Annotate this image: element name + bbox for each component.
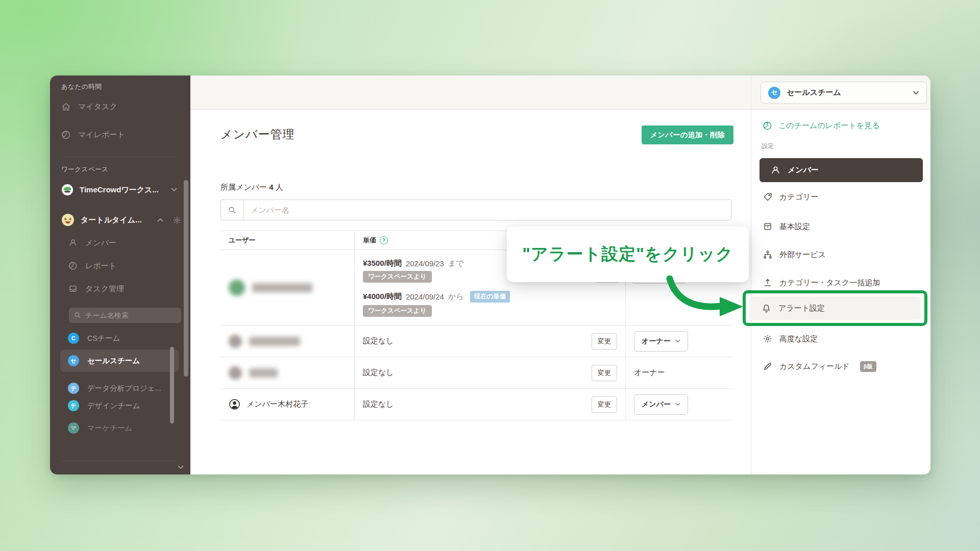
team-label: セールスチーム xyxy=(87,356,140,366)
main-content: メンバー管理 メンバーの追加・削除 所属メンバー 4 人 ユーザー 単価 ? xyxy=(190,110,751,474)
settings-section-label: 設定 xyxy=(762,142,774,151)
team-search[interactable] xyxy=(69,308,181,323)
settings-item-label: 高度な設定 xyxy=(779,334,818,344)
bell-icon xyxy=(762,304,771,313)
team-emoji-icon xyxy=(61,213,75,227)
section-workspace: ワークスペース xyxy=(61,165,108,174)
settings-item-external-services[interactable]: 外部サービス xyxy=(760,247,923,262)
team-avatar: マ xyxy=(68,422,79,434)
role-dropdown[interactable]: オーナー xyxy=(634,331,688,352)
team-avatar: セ xyxy=(768,87,780,99)
sidebar-item-task-management[interactable]: タスク管理 xyxy=(68,284,124,294)
inbox-icon xyxy=(68,284,78,294)
add-remove-members-button[interactable]: メンバーの追加・削除 xyxy=(642,126,733,144)
member-count-prefix: 所属メンバー xyxy=(220,183,267,191)
sidebar-item-my-reports[interactable]: マイレポート xyxy=(61,130,125,140)
selected-team-name: セールスチーム xyxy=(787,88,906,97)
team-report-link[interactable]: このチームのレポートを見る xyxy=(763,121,880,131)
rate-amount: ¥3500/時間 xyxy=(363,259,402,268)
settings-item-alerts-highlighted[interactable]: アラート設定 xyxy=(749,296,921,320)
member-count-suffix: 人 xyxy=(276,183,283,191)
tag-icon xyxy=(763,192,772,202)
role-cell: メンバー xyxy=(625,389,731,420)
timecrowd-logo-icon xyxy=(61,184,74,196)
chevron-down-icon xyxy=(913,91,919,95)
table-row: 設定なし 変更 オーナー xyxy=(220,325,731,357)
settings-item-members-active[interactable]: メンバー xyxy=(760,158,923,182)
pie-chart-icon xyxy=(61,130,71,140)
rate-cell: 設定なし 変更 xyxy=(354,325,625,357)
sidebar-item-my-tasks[interactable]: マイタスク xyxy=(61,102,117,112)
beta-badge: β版 xyxy=(860,361,876,372)
team-avatar: セ xyxy=(68,355,79,366)
panel-divider xyxy=(751,76,751,110)
avatar xyxy=(229,335,242,348)
person-icon xyxy=(68,238,78,248)
sidebar-team-data-analysis[interactable]: テ データ分析プロジェ... xyxy=(68,383,161,394)
rate-cell: 設定なし 変更 xyxy=(354,357,625,388)
sidebar-team-cs[interactable]: C CSチーム xyxy=(68,333,120,344)
sidebar-team-sales-active[interactable]: セ セールスチーム xyxy=(60,349,179,372)
blurred-name xyxy=(249,368,278,378)
user-cell: メンバー木村花子 xyxy=(220,389,354,420)
page-title: メンバー管理 xyxy=(220,127,295,142)
divider xyxy=(62,461,177,461)
role-value: オーナー xyxy=(642,337,671,346)
team-avatar: C xyxy=(68,333,79,344)
settings-item-label: メンバー xyxy=(788,165,819,175)
sidebar-item-team-members[interactable]: メンバー xyxy=(68,238,116,248)
member-search-input[interactable] xyxy=(243,200,731,220)
sidebar-item-label: タスク管理 xyxy=(85,284,124,294)
team-name: タートルタイム... xyxy=(81,215,142,225)
pie-chart-icon xyxy=(68,261,78,271)
team-label: CSチーム xyxy=(87,334,120,343)
instruction-tooltip: "アラート設定"をクリック xyxy=(507,226,749,282)
role-value: メンバー xyxy=(642,400,671,409)
settings-item-label: カテゴリー xyxy=(779,192,818,202)
rate-suffix: から xyxy=(448,292,464,302)
sidebar-team-design[interactable]: テ デザインチーム xyxy=(68,400,140,411)
change-rate-button[interactable]: 変更 xyxy=(592,365,617,381)
gear-icon xyxy=(763,334,772,343)
settings-item-label: 基本設定 xyxy=(779,222,810,232)
change-rate-button[interactable]: 変更 xyxy=(592,396,617,413)
settings-item-advanced[interactable]: 高度な設定 xyxy=(760,331,923,346)
sidebar-item-team-reports[interactable]: レポート xyxy=(68,261,116,271)
chevron-down-icon xyxy=(171,188,177,192)
settings-item-bulk-add[interactable]: カテゴリー・タスク一括追加 xyxy=(760,275,923,290)
team-label: マーケチーム xyxy=(87,423,132,433)
team-search-input[interactable] xyxy=(85,311,167,319)
user-cell xyxy=(220,250,354,325)
current-rate-badge: 現在の単価 xyxy=(470,291,510,303)
hub-icon xyxy=(763,250,772,259)
header-rate-label: 単価 xyxy=(363,236,376,245)
chevron-down-icon xyxy=(675,339,680,343)
settings-item-custom-fields[interactable]: カスタムフィールド β版 xyxy=(760,359,923,374)
team-selector-dropdown[interactable]: セ セールスチーム xyxy=(761,82,927,104)
workspace-switcher[interactable]: TimeCrowdワークス... xyxy=(61,184,179,196)
role-dropdown[interactable]: メンバー xyxy=(634,394,688,415)
change-rate-button[interactable]: 変更 xyxy=(592,333,617,349)
sidebar-item-label: マイレポート xyxy=(78,130,125,140)
header-user: ユーザー xyxy=(220,231,354,249)
settings-item-categories[interactable]: カテゴリー xyxy=(760,189,923,205)
sidebar-scrollbar[interactable] xyxy=(184,180,188,377)
sidebar-item-label: レポート xyxy=(85,261,116,271)
settings-item-basic[interactable]: 基本設定 xyxy=(760,219,923,234)
help-icon[interactable]: ? xyxy=(380,236,388,244)
avatar xyxy=(229,366,242,380)
gear-icon[interactable] xyxy=(173,216,181,224)
team-switcher[interactable]: タートルタイム... xyxy=(61,213,179,227)
role-value: オーナー xyxy=(634,368,665,378)
team-list-scrollbar[interactable] xyxy=(170,347,174,423)
workspace-name: TimeCrowdワークス... xyxy=(80,185,159,195)
user-cell xyxy=(220,357,354,388)
team-settings-panel: このチームのレポートを見る 設定 メンバー カテゴリー 基本設定 外部 xyxy=(751,110,930,474)
chevron-down-icon[interactable] xyxy=(178,465,184,469)
sidebar-team-marketing[interactable]: マ マーケチーム xyxy=(68,422,132,434)
section-your-time: あなたの時間 xyxy=(61,83,102,91)
blurred-name xyxy=(249,337,300,346)
search-icon xyxy=(221,200,243,220)
blurred-name xyxy=(252,283,312,292)
home-icon xyxy=(61,102,71,112)
